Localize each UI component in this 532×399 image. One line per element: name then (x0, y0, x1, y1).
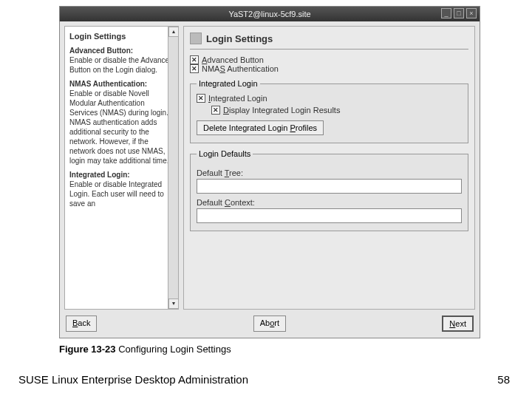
abort-button[interactable]: Abort (253, 316, 286, 332)
titlebar[interactable]: YaST2@linux-5cf9.site _ □ × (60, 7, 480, 21)
nmas-auth-checkbox-row: ✕ NMAS Authentication (190, 64, 468, 73)
window-title: YaST2@linux-5cf9.site (228, 10, 310, 18)
help-scrollbar[interactable]: ▴ ▾ (168, 27, 178, 309)
top-checks: ✕ Advanced Button ✕ NMAS Authentication (190, 55, 468, 73)
help-body: Enable or disable Novell Modular Authent… (69, 89, 174, 166)
panes: Login Settings Advanced Button: Enable o… (64, 26, 475, 310)
advanced-button-checkbox[interactable]: ✕ (190, 55, 199, 64)
help-section-integrated: Integrated Login: Enable or disable Inte… (69, 170, 174, 208)
next-button[interactable]: Next (442, 316, 474, 332)
help-title: Login Settings (69, 31, 174, 41)
minimize-button[interactable]: _ (441, 8, 451, 18)
window-buttons: _ □ × (441, 8, 477, 18)
integrated-login-label: Integrated Login (208, 94, 267, 103)
default-tree-input[interactable] (197, 179, 462, 194)
figure-caption: Figure 13-23 Configuring Login Settings (59, 344, 231, 355)
figure-label: Figure 13-23 (59, 344, 116, 355)
main-panel: Login Settings ✕ Advanced Button ✕ NMAS … (183, 26, 475, 310)
nmas-auth-checkbox[interactable]: ✕ (190, 64, 199, 73)
help-section-nmas: NMAS Authentication: Enable or disable N… (69, 79, 174, 166)
scroll-up-button[interactable]: ▴ (168, 27, 179, 37)
help-heading: Integrated Login: (69, 171, 130, 179)
login-defaults-group: Login Defaults Default Tree: Default Con… (190, 149, 468, 231)
default-context-label: Default Context: (197, 198, 462, 207)
help-heading: NMAS Authentication: (69, 80, 147, 88)
footer-title: SUSE Linux Enterprise Desktop Administra… (18, 373, 248, 386)
display-results-checkbox-row: ✕ Display Integrated Login Results (211, 106, 462, 115)
default-tree-label: Default Tree: (197, 168, 462, 177)
nmas-auth-label: NMAS Authentication (202, 64, 279, 73)
help-body: Enable or disable the Advanced Button on… (69, 55, 174, 75)
integrated-login-checkbox[interactable]: ✕ (197, 94, 205, 103)
help-section-advanced: Advanced Button: Enable or disable the A… (69, 46, 174, 75)
footer-page: 58 (497, 373, 510, 386)
help-panel: Login Settings Advanced Button: Enable o… (64, 26, 179, 310)
help-body: Enable or disable Integrated Login. Each… (69, 180, 174, 208)
login-defaults-legend: Login Defaults (197, 149, 253, 158)
integrated-login-checkbox-row: ✕ Integrated Login (197, 94, 462, 103)
delete-profiles-button[interactable]: Delete Integrated Login Profiles (197, 120, 324, 135)
main-header: Login Settings (190, 33, 468, 50)
main-heading: Login Settings (206, 33, 273, 44)
default-context-input[interactable] (197, 208, 462, 223)
maximize-button[interactable]: □ (454, 8, 464, 18)
integrated-login-group: Integrated Login ✕ Integrated Login ✕ Di… (190, 79, 468, 143)
client-area: Login Settings Advanced Button: Enable o… (60, 21, 480, 338)
yast-window: YaST2@linux-5cf9.site _ □ × Login Settin… (59, 6, 480, 338)
wizard-button-bar: Back Abort Next (64, 314, 475, 333)
back-button[interactable]: Back (66, 316, 97, 332)
delete-profiles-row: Delete Integrated Login Profiles (197, 120, 462, 135)
display-results-checkbox[interactable]: ✕ (211, 106, 220, 115)
login-settings-icon (190, 33, 202, 44)
integrated-login-legend: Integrated Login (197, 79, 260, 88)
close-button[interactable]: × (466, 8, 477, 18)
help-heading: Advanced Button: (69, 47, 133, 55)
advanced-button-label: Advanced Button (202, 55, 264, 64)
advanced-button-checkbox-row: ✕ Advanced Button (190, 55, 468, 64)
figure-text: Configuring Login Settings (116, 344, 231, 355)
display-results-label: Display Integrated Login Results (223, 106, 340, 115)
scroll-down-button[interactable]: ▾ (168, 299, 179, 309)
